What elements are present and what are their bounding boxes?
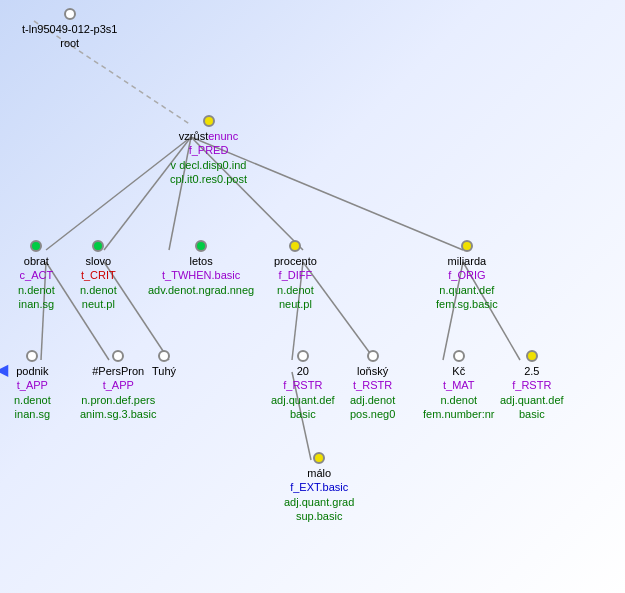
node-circle-podnik <box>26 350 38 362</box>
node-label-vzrust: vzrůstenunc f_PRED v decl.disp0.ind cpl.… <box>170 129 247 186</box>
node-circle-letos <box>195 240 207 252</box>
node-label-20: 20 f_RSTR adj.quant.def basic <box>271 364 335 421</box>
node-circle-procento <box>289 240 301 252</box>
node-tuhy: Tuhý <box>152 350 176 378</box>
node-obrat: obrat c_ACT n.denot inan.sg <box>18 240 55 311</box>
node-lonsky: loňský t_RSTR adj.denot pos.neg0 <box>350 350 395 421</box>
node-malo: málo f_EXT.basic adj.quant.grad sup.basi… <box>284 452 354 523</box>
node-label-miliarda: miliarda f_ORIG n.quant.def fem.sg.basic <box>436 254 498 311</box>
node-circle-lonsky <box>367 350 379 362</box>
tree-container: t-ln95049-012-p3s1 root vzrůstenunc f_PR… <box>0 0 625 593</box>
node-miliarda: miliarda f_ORIG n.quant.def fem.sg.basic <box>436 240 498 311</box>
node-circle-miliarda <box>461 240 473 252</box>
node-perspron: #PersPron t_APP n.pron.def.pers anim.sg.… <box>80 350 156 421</box>
node-label-kc: Kč t_MAT n.denot fem.number:nr <box>423 364 495 421</box>
node-label-slovo: slovo t_CRIT n.denot neut.pl <box>80 254 117 311</box>
node-circle-root <box>64 8 76 20</box>
node-circle-perspron <box>112 350 124 362</box>
node-podnik: podnik t_APP n.denot inan.sg ◀ <box>14 350 51 421</box>
node-20: 20 f_RSTR adj.quant.def basic <box>271 350 335 421</box>
node-label-podnik: podnik t_APP n.denot inan.sg <box>14 364 51 421</box>
node-circle-tuhy <box>158 350 170 362</box>
node-slovo: slovo t_CRIT n.denot neut.pl <box>80 240 117 311</box>
node-root: t-ln95049-012-p3s1 root <box>22 8 117 51</box>
node-label-perspron: #PersPron t_APP n.pron.def.pers anim.sg.… <box>80 364 156 421</box>
arrow-left-icon: ◀ <box>0 360 8 379</box>
node-vzrust: vzrůstenunc f_PRED v decl.disp0.ind cpl.… <box>170 115 247 186</box>
node-2-5: 2.5 f_RSTR adj.quant.def basic <box>500 350 564 421</box>
node-label-tuhy: Tuhý <box>152 364 176 378</box>
node-label-letos: letos t_TWHEN.basic adv.denot.ngrad.nneg <box>148 254 254 297</box>
node-procento: procento f_DIFF n.denot neut.pl <box>274 240 317 311</box>
node-circle-kc <box>453 350 465 362</box>
node-circle-vzrust <box>203 115 215 127</box>
node-circle-20 <box>297 350 309 362</box>
node-letos: letos t_TWHEN.basic adv.denot.ngrad.nneg <box>148 240 254 297</box>
node-kc: Kč t_MAT n.denot fem.number:nr <box>423 350 495 421</box>
node-circle-malo <box>313 452 325 464</box>
node-label-title: t-ln95049-012-p3s1 root <box>22 22 117 51</box>
node-label-lonsky: loňský t_RSTR adj.denot pos.neg0 <box>350 364 395 421</box>
node-circle-slovo <box>92 240 104 252</box>
node-label-obrat: obrat c_ACT n.denot inan.sg <box>18 254 55 311</box>
node-label-procento: procento f_DIFF n.denot neut.pl <box>274 254 317 311</box>
node-circle-obrat <box>30 240 42 252</box>
node-label-2-5: 2.5 f_RSTR adj.quant.def basic <box>500 364 564 421</box>
node-circle-2-5 <box>526 350 538 362</box>
node-label-malo: málo f_EXT.basic adj.quant.grad sup.basi… <box>284 466 354 523</box>
